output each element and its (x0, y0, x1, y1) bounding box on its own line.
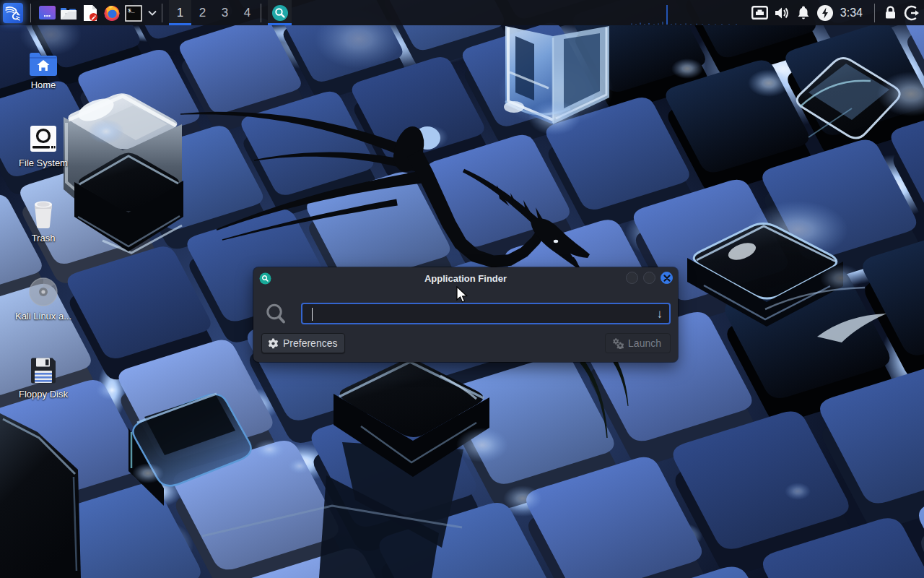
svg-text:$_: $_ (128, 7, 135, 14)
